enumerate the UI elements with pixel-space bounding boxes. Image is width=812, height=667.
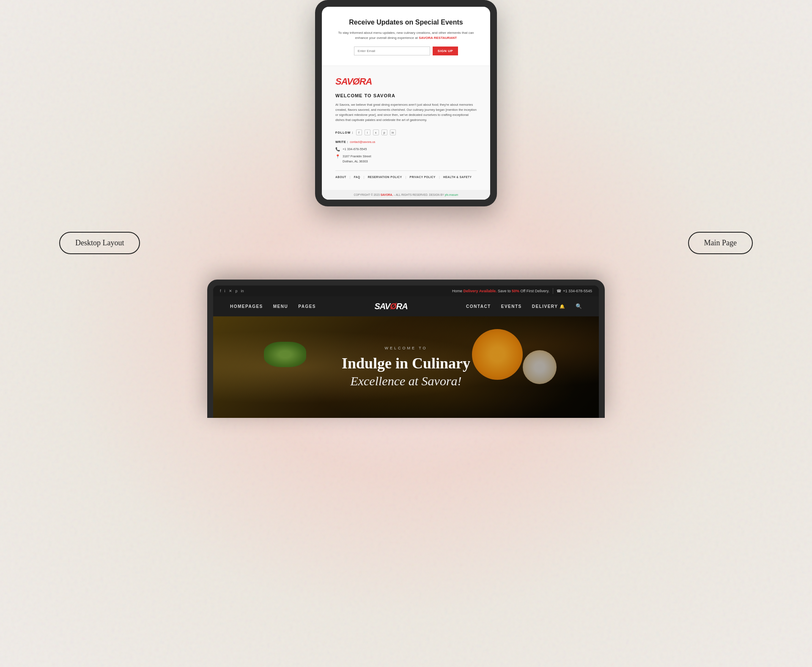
footer-description: At Savora, we believe that great dining … [335,102,477,123]
copyright-brand: SAVORA. [381,193,393,196]
design-link[interactable]: pfx.masum [445,193,458,196]
nav-pages[interactable]: PAGES [298,304,316,309]
top-instagram-icon[interactable]: i [225,289,225,293]
tablet-section: Receive Updates on Special Events To sta… [0,0,812,232]
address-row: 📍 3167 Franklin Street Dothan, AL 36303 [335,154,477,164]
top-bar-promo-group: Home Delivery Available. Save to 50% Off… [452,288,592,294]
nav-links-left: HOMEPAGES MENU PAGES [230,304,316,309]
promo-highlight: Delivery Available. [464,289,497,293]
write-row: WRITE : contact@savora.us [335,140,477,143]
instagram-icon[interactable]: i [365,129,370,135]
footer-email[interactable]: contact@savora.us [350,140,375,143]
food-decoration-3 [264,342,306,367]
signup-button[interactable]: SIGN UP [433,47,458,55]
hero-subtitle: WELCOME TO [384,346,427,350]
copyright-bar: COPYRIGHT © 2023 SAVORA. – ALL RIGHTS RE… [322,190,490,200]
food-decoration-2 [523,350,557,384]
nav-logo: SAVØRA [375,302,408,311]
twitter-icon[interactable]: x [373,129,379,135]
page-wrapper: Receive Updates on Special Events To sta… [0,0,812,418]
top-linkedin-icon[interactable]: in [241,289,244,293]
phone-row: 📞 +1 334-678-5545 [335,147,477,151]
nav-menu[interactable]: MENU [273,304,288,309]
contact-info: WRITE : contact@savora.us 📞 +1 334-678-5… [335,140,477,164]
nav-homepages[interactable]: HOMEPAGES [230,304,263,309]
email-input[interactable] [354,47,430,55]
desktop-screen: f i ✕ p in Home Delivery Available. Save… [213,285,599,418]
nav-delivery[interactable]: DELIVERY 🔔 [532,304,565,309]
search-icon[interactable]: 🔍 [576,303,582,309]
desktop-layout-button[interactable]: Desktop Layout [59,232,140,254]
address-text: 3167 Franklin Street Dothan, AL 36303 [343,154,371,164]
phone-icon-top: ☎ [557,289,561,293]
footer-logo: SAVØRA [335,76,477,87]
logo-o: Ø [390,302,396,311]
footer-nav-about[interactable]: ABOUT [335,176,346,178]
phone-text: +1 334-678-5545 [343,147,367,151]
email-signup-section: Receive Updates on Special Events To sta… [322,7,490,66]
top-pinterest-icon[interactable]: p [236,289,238,293]
top-bar-social: f i ✕ p in [220,289,244,293]
top-facebook-icon[interactable]: f [220,289,221,293]
pinterest-icon[interactable]: p [381,129,387,135]
food-decoration-1 [472,329,523,380]
top-bar-promo-text: Home Delivery Available. Save to 50% Off… [452,289,549,293]
brand-link: SAVORA RESTAURANT [419,36,457,40]
main-page-button[interactable]: Main Page [688,232,753,254]
footer-nav-privacy[interactable]: PRIVACY POLICY [410,176,436,178]
desktop-frame: f i ✕ p in Home Delivery Available. Save… [207,280,605,418]
promo-percent: 50% [512,289,519,293]
footer-nav-health[interactable]: HEALTH & SAFETY [443,176,472,178]
button-row: Desktop Layout Main Page [0,232,812,254]
footer-logo-text: SAVØRA [335,76,372,87]
desktop-hero: WELCOME TO Indulge in Culinary Excellenc… [213,316,599,418]
footer-content: SAVØRA WELCOME TO SAVORA At Savora, we b… [322,66,490,190]
social-section: FOLLOW : f i x p in [335,129,477,135]
top-bar-phone: ☎ +1 334-678-5545 [557,289,592,293]
linkedin-icon[interactable]: in [390,129,396,135]
social-icons-group: f i x p in [356,129,396,135]
desktop-section: f i ✕ p in Home Delivery Available. Save… [0,280,812,418]
social-label: FOLLOW : [335,131,354,134]
nav-events[interactable]: EVENTS [501,304,522,309]
hero-title-line2: Excellence at Savora! [350,374,461,388]
top-twitter-icon[interactable]: ✕ [229,289,232,293]
footer-nav-faq[interactable]: FAQ [354,176,360,178]
top-phone-number: +1 334-678-5545 [563,289,592,293]
footer-nav-reservation[interactable]: RESERVATION POLICY [368,176,402,178]
desktop-nav: HOMEPAGES MENU PAGES SAVØRA CONTACT EVEN… [213,296,599,316]
email-signup-desc: To stay informed about menu updates, new… [335,30,477,41]
phone-icon: 📞 [335,147,340,151]
tablet-frame: Receive Updates on Special Events To sta… [315,0,497,206]
footer-welcome-title: WELCOME TO SAVORA [335,93,477,98]
desktop-top-bar: f i ✕ p in Home Delivery Available. Save… [213,285,599,296]
email-signup-title: Receive Updates on Special Events [335,19,477,26]
email-form: SIGN UP [335,47,477,55]
location-icon: 📍 [335,154,340,159]
footer-nav: ABOUT | FAQ | RESERVATION POLICY | PRIVA… [335,170,477,179]
facebook-icon[interactable]: f [356,129,362,135]
top-bar-divider [553,288,553,294]
nav-contact[interactable]: CONTACT [466,304,491,309]
tablet-screen: Receive Updates on Special Events To sta… [322,7,490,200]
nav-links-right: CONTACT EVENTS DELIVERY 🔔 🔍 [466,303,582,309]
write-label: WRITE : [335,140,348,143]
hero-title: Indulge in Culinary [342,355,470,372]
